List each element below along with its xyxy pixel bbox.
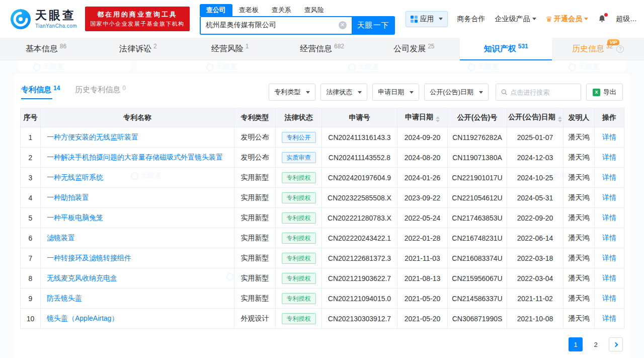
cell-patent-name: 一种转接环及滤镜转接组件 [41,248,234,268]
tab-company-development[interactable]: 公司发展 25 [368,38,460,60]
table-row: 1 一种方便安装的无线监听装置 发明公布 专利公开 CN202411316143… [21,127,624,148]
search-icon [501,89,507,96]
search-tab-relation[interactable]: 查关系 [265,4,298,16]
cell-action: 详情 [595,268,624,289]
patent-name-link[interactable]: 镜头盖（AppleAirtag） [47,314,118,322]
cell-publication-no: CN119071380A [448,148,507,168]
company-search-input[interactable] [206,21,339,29]
tianyancha-logo[interactable]: 天眼查 TianYanCha.com [10,9,77,30]
cell-legal-status: 专利授权 [276,188,322,208]
page-1-button[interactable]: 1 [569,337,583,351]
sort-icon[interactable] [436,116,440,122]
tab-history-patent-info[interactable]: 历史专利信息 0 [75,85,126,99]
patent-panel: 专利信息 14 历史专利信息 0 专利类型 法律状态 申请日期 [14,74,630,358]
tab-operational-risk[interactable]: 经营风险 1 [184,38,276,60]
cell-patent-type: 发明公布 [234,127,276,148]
search-button[interactable]: 天眼一下 [352,16,395,35]
col-inventor: 发明人 [564,108,595,127]
detail-link[interactable]: 详情 [602,213,616,222]
nav-super-vip[interactable]: 超级… [616,15,637,24]
detail-link[interactable]: 详情 [602,173,616,181]
filter-patent-type[interactable]: 专利类型 [269,84,315,101]
tab-count: 682 [334,43,344,50]
excel-icon: X [593,89,600,96]
patent-name-link[interactable]: 一种平板电脑兔笼 [47,213,103,222]
search-tab-risk[interactable]: 查风险 [298,4,331,16]
cell-publication-date: 2021-10-08 [507,309,564,329]
detail-link[interactable]: 详情 [602,234,616,242]
nav-enterprise-products[interactable]: 企业级产品 [495,15,536,24]
cell-inventor: 潘天鸿 [564,289,595,309]
clear-search-icon[interactable]: ✕ [339,21,347,29]
next-page-button[interactable] [609,337,623,351]
search-tab-company[interactable]: 查公司 [200,4,232,16]
cell-action: 详情 [595,228,624,248]
patent-name-link[interactable]: 一种解决手机拍摄问题的大容量存储磁吸式外置镜头装置 [47,153,223,161]
patent-name-link[interactable]: 一种方便安装的无线监听装置 [47,133,138,141]
help-icon[interactable]: ? [616,45,624,53]
tab-legal-proceedings[interactable]: 法律诉讼 2 [92,38,184,60]
tab-basic-info[interactable]: 基本信息 86 [0,38,92,60]
cell-publication-no: CN216748231U [448,228,507,248]
tab-count: 25 [428,43,434,50]
company-search-box[interactable]: ✕ [200,16,352,35]
sort-icon[interactable] [558,116,562,122]
cell-patent-name: 镜头盖（AppleAirtag） [41,309,234,329]
col-action: 操作 [595,108,624,127]
export-button[interactable]: X 导出 [586,84,623,101]
cell-legal-status: 专利授权 [276,248,322,268]
patent-name-link[interactable]: 一种无线监听系统 [47,173,103,181]
pagination: 1 2 [20,337,624,351]
cell-application-date: 2024-09-20 [397,127,448,148]
nav-apps-label: 应用 [420,15,434,24]
detail-link[interactable]: 详情 [602,193,616,201]
cell-serial: 4 [21,188,41,208]
detail-link[interactable]: 详情 [602,133,616,141]
patent-name-link[interactable]: 无线麦克风收纳充电盒 [47,274,117,282]
cell-application-no: CN202420197604.9 [322,168,397,188]
cell-publication-date: 2022-03-04 [507,268,564,289]
table-row: 3 一种无线监听系统 实用新型 专利授权 CN202420197604.9 20… [21,168,624,188]
tab-history-info[interactable]: VIP 历史信息 32 ? [552,38,644,60]
nav-open-membership[interactable]: ♛ 开通会员 [546,15,588,24]
notification-bell-icon[interactable] [598,15,606,23]
cell-patent-type: 实用新型 [234,268,276,289]
filter-application-date[interactable]: 申请日期 [372,84,419,101]
filter-legal-status[interactable]: 法律状态 [320,84,367,101]
page-2-button[interactable]: 2 [589,337,603,351]
patent-search-box[interactable] [496,84,581,101]
cell-inventor: 潘天鸿 [564,148,595,168]
apps-grid-icon [411,16,418,23]
cell-action: 详情 [595,309,624,329]
patent-name-link[interactable]: 防丢镜头盖 [47,294,82,302]
tab-business-info[interactable]: 经营信息 682 [276,38,368,60]
search-tab-boss[interactable]: 查老板 [232,4,265,16]
detail-link[interactable]: 详情 [602,254,616,262]
patent-tab-label: 历史专利信息 [75,85,120,95]
detail-link[interactable]: 详情 [602,314,616,322]
table-row: 6 滤镜装置 实用新型 专利授权 CN202220243422.1 2022-0… [21,228,624,248]
chevron-down-icon [479,91,483,94]
filter-label: 专利类型 [274,88,300,97]
status-badge: 专利授权 [282,313,316,324]
nav-apps-menu[interactable]: 应用 [406,11,448,27]
chevron-down-icon [358,91,362,94]
tab-intellectual-property[interactable]: 知识产权 531 [460,38,552,60]
patent-search-input[interactable] [510,89,576,96]
tab-count: 1 [246,43,249,50]
patent-name-link[interactable]: 一种助拍装置 [47,193,89,201]
tianyancha-logo-icon [10,9,31,30]
cell-application-date: 2021-08-13 [397,268,448,289]
filter-publication-date[interactable]: 公开(公告)日期 [424,84,489,101]
tab-patent-info[interactable]: 专利信息 14 [21,85,60,99]
cell-legal-status: 专利授权 [276,309,322,329]
detail-link[interactable]: 详情 [602,274,616,282]
nav-business-cooperation[interactable]: 商务合作 [457,15,486,24]
scrolled-card-stub [18,60,131,71]
patent-name-link[interactable]: 一种转接环及滤镜转接组件 [47,254,131,262]
cell-action: 详情 [595,127,624,148]
detail-link[interactable]: 详情 [602,294,616,302]
status-badge: 专利授权 [282,233,316,244]
patent-name-link[interactable]: 滤镜装置 [47,234,75,242]
detail-link[interactable]: 详情 [602,153,616,161]
